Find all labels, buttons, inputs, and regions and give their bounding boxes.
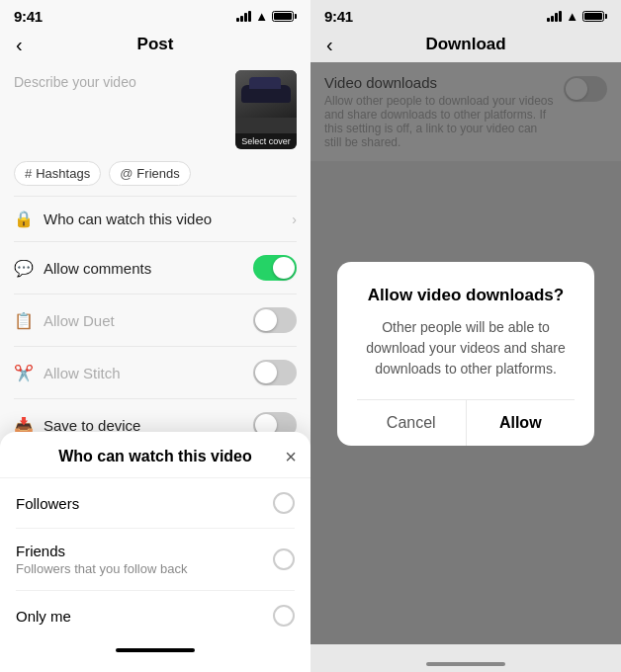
who-can-watch-label: Who can watch this video — [44, 210, 282, 227]
battery-icon-left — [272, 11, 297, 22]
cancel-button[interactable]: Cancel — [357, 400, 466, 446]
modal-actions: Cancel Allow — [357, 399, 575, 446]
friends-option-label: Friends — [16, 543, 187, 559]
allow-duet-label: Allow Duet — [44, 312, 243, 329]
status-bar-left: 9:41 ▲ — [0, 0, 310, 29]
back-button-right[interactable]: ‹ — [322, 30, 337, 60]
status-bar-right: 9:41 ▲ — [310, 0, 621, 29]
modal-description: Other people will be able to download yo… — [357, 317, 575, 379]
time-right: 9:41 — [324, 8, 353, 25]
page-header-left: ‹ Post — [0, 29, 310, 62]
duet-icon: 📋 — [14, 311, 34, 330]
followers-info: Followers — [16, 495, 79, 512]
wifi-icon-right: ▲ — [566, 9, 578, 24]
modal-title: Allow video downloads? — [357, 286, 575, 305]
battery-icon-right — [582, 11, 607, 22]
description-placeholder: Describe your video — [14, 70, 225, 90]
car-shape — [241, 85, 291, 103]
modal-box: Allow video downloads? Other people will… — [337, 262, 594, 446]
friends-label: Friends — [136, 166, 179, 181]
modal-overlay: Allow video downloads? Other people will… — [310, 62, 621, 644]
friends-option-sub: Followers that you follow back — [16, 561, 187, 576]
page-title-right: Download — [425, 35, 505, 54]
video-thumbnail[interactable]: Select cover — [235, 70, 297, 149]
comment-icon: 💬 — [14, 259, 34, 278]
followers-radio[interactable] — [273, 492, 295, 514]
sheet-header: Who can watch this video × — [0, 432, 310, 478]
at-icon: @ — [120, 166, 133, 181]
allow-stitch-toggle[interactable] — [253, 360, 297, 385]
hashtag-icon: # — [25, 166, 32, 181]
status-icons-right: ▲ — [547, 9, 607, 24]
sheet-title: Who can watch this video — [58, 448, 252, 465]
right-content-area: Video downloads Allow other people to do… — [310, 62, 621, 644]
bottom-sheet: Who can watch this video × Followers Fri… — [0, 432, 310, 672]
allow-stitch-label: Allow Stitch — [44, 365, 243, 381]
status-icons-left: ▲ — [236, 9, 297, 24]
left-panel: 9:41 ▲ ‹ Post Describe your video Select… — [0, 0, 310, 672]
followers-label: Followers — [16, 495, 79, 512]
tag-row: # Hashtags @ Friends — [0, 157, 310, 196]
only-me-option[interactable]: Only me — [0, 591, 310, 640]
friends-radio[interactable] — [273, 548, 295, 570]
wifi-icon-left: ▲ — [255, 9, 268, 24]
chevron-icon-who: › — [292, 211, 297, 227]
allow-comments-row[interactable]: 💬 Allow comments — [0, 242, 310, 294]
right-panel: 9:41 ▲ ‹ Download Video downloads Allow … — [310, 0, 621, 672]
lock-icon: 🔒 — [14, 210, 34, 228]
time-left: 9:41 — [14, 8, 43, 25]
allow-stitch-row[interactable]: ✂️ Allow Stitch — [0, 347, 310, 398]
car-image — [235, 70, 297, 118]
home-indicator-right — [426, 662, 505, 666]
allow-duet-toggle[interactable] — [253, 307, 297, 333]
signal-icon-left — [236, 11, 251, 22]
only-me-radio[interactable] — [273, 605, 295, 627]
allow-comments-label: Allow comments — [44, 260, 243, 277]
home-indicator-left — [116, 648, 195, 652]
signal-icon-right — [547, 11, 562, 22]
friends-option[interactable]: Friends Followers that you follow back — [0, 529, 310, 590]
select-cover-label[interactable]: Select cover — [235, 133, 297, 149]
stitch-icon: ✂️ — [14, 364, 34, 382]
sheet-close-button[interactable]: × — [285, 447, 297, 466]
who-can-watch-row[interactable]: 🔒 Who can watch this video › — [0, 197, 310, 241]
friends-info: Friends Followers that you follow back — [16, 543, 187, 576]
followers-option[interactable]: Followers — [0, 478, 310, 528]
allow-button[interactable]: Allow — [467, 400, 576, 446]
video-description-area: Describe your video Select cover — [0, 62, 310, 157]
back-button-left[interactable]: ‹ — [12, 30, 27, 60]
page-title-left: Post — [137, 35, 174, 54]
only-me-info: Only me — [16, 608, 71, 625]
allow-comments-toggle[interactable] — [253, 255, 297, 281]
only-me-label: Only me — [16, 608, 71, 625]
friends-button[interactable]: @ Friends — [109, 161, 191, 186]
hashtags-label: Hashtags — [36, 166, 90, 181]
allow-duet-row[interactable]: 📋 Allow Duet — [0, 294, 310, 346]
page-header-right: ‹ Download — [310, 29, 621, 62]
hashtags-button[interactable]: # Hashtags — [14, 161, 101, 186]
save-device-label: Save to device — [44, 417, 243, 434]
